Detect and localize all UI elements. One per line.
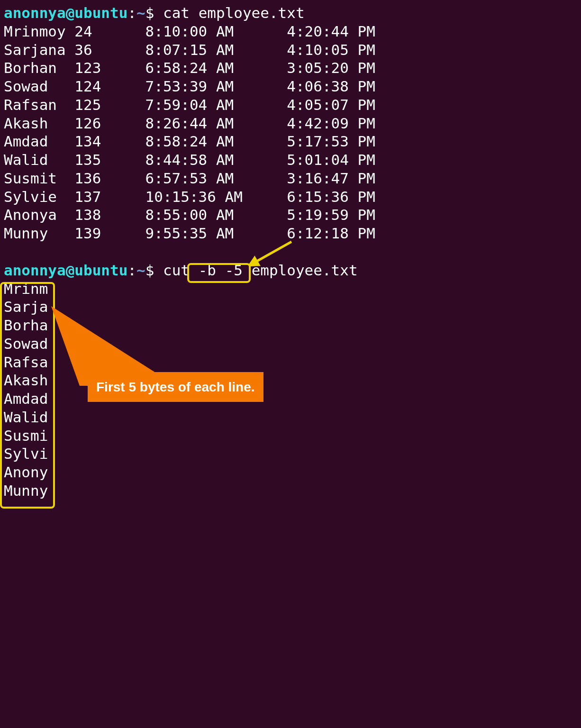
employee-table: Mrinmoy 24 8:10:00 AM 4:20:44 PMSarjana …: [4, 22, 577, 243]
terminal-line[interactable]: anonnya@ubuntu:~$ cut -b -5 employee.txt: [4, 261, 577, 280]
cut-output: MrinmSarjaBorhaSowadRafsaAkashAmdadWalid…: [4, 280, 577, 500]
cut-output-line: Sylvi: [4, 445, 577, 463]
prompt-path: ~: [136, 262, 145, 279]
table-row: Sowad 124 7:53:39 AM 4:06:38 PM: [4, 77, 577, 96]
prompt-colon: :: [127, 4, 136, 21]
table-row: Borhan 123 6:58:24 AM 3:05:20 PM: [4, 59, 577, 77]
cut-output-line: Sowad: [4, 335, 577, 353]
command-pre: cut: [163, 262, 199, 279]
command-text: [154, 4, 163, 21]
cut-output-line: Amdad: [4, 390, 577, 408]
cut-output-line: Anony: [4, 463, 577, 482]
cut-output-line: Sarja: [4, 298, 577, 316]
command-post: employee.txt: [243, 262, 358, 279]
command-text: cat employee.txt: [163, 4, 305, 21]
prompt-symbol: $: [145, 4, 154, 21]
cut-output-line: Akash: [4, 371, 577, 390]
cut-output-line: Mrinm: [4, 280, 577, 298]
table-row: Rafsan 125 7:59:04 AM 4:05:07 PM: [4, 96, 577, 114]
table-row: Akash 126 8:26:44 AM 4:42:09 PM: [4, 114, 577, 133]
cut-output-line: Rafsa: [4, 353, 577, 372]
table-row: Munny 139 9:55:35 AM 6:12:18 PM: [4, 224, 577, 243]
prompt-user: anonnya@ubuntu: [4, 262, 127, 279]
cut-output-line: Borha: [4, 316, 577, 335]
prompt-symbol: $: [145, 262, 154, 279]
table-row: Sylvie 137 10:15:36 AM 6:15:36 PM: [4, 188, 577, 206]
table-row: Amdad 134 8:58:24 AM 5:17:53 PM: [4, 132, 577, 151]
table-row: Mrinmoy 24 8:10:00 AM 4:20:44 PM: [4, 22, 577, 41]
table-row: Walid 135 8:44:58 AM 5:01:04 PM: [4, 151, 577, 169]
table-row: Susmit 136 6:57:53 AM 3:16:47 PM: [4, 169, 577, 188]
table-row: Sarjana 36 8:07:15 AM 4:10:05 PM: [4, 41, 577, 59]
table-row: Anonya 138 8:55:00 AM 5:19:59 PM: [4, 206, 577, 224]
command-highlight: -b -5: [199, 262, 243, 279]
cut-output-line: Susmi: [4, 427, 577, 445]
prompt-path: ~: [136, 4, 145, 21]
prompt-user: anonnya@ubuntu: [4, 4, 127, 21]
blank-line: [4, 243, 577, 261]
cut-output-line: Munny: [4, 482, 577, 500]
prompt-colon: :: [127, 262, 136, 279]
cut-output-line: Walid: [4, 408, 577, 427]
terminal-line[interactable]: anonnya@ubuntu:~$ cat employee.txt: [4, 4, 577, 22]
